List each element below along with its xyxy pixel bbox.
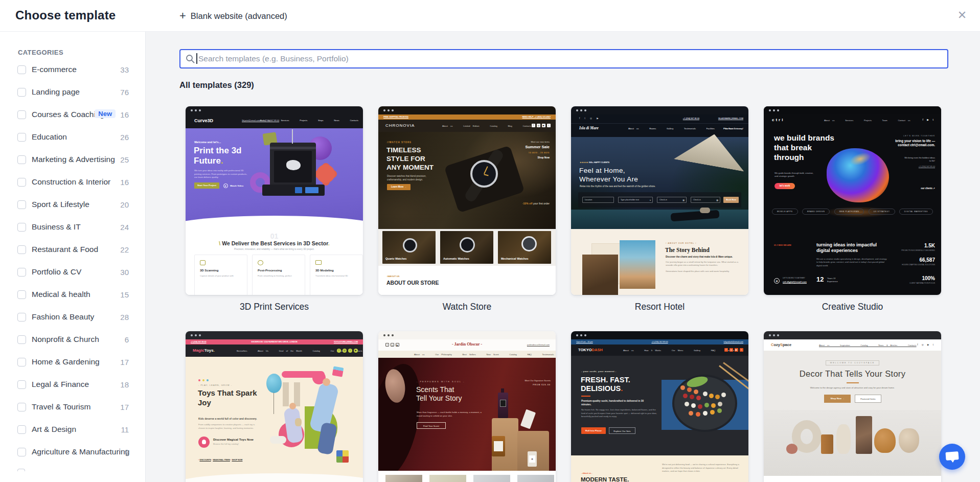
- template-card-watch-store[interactable]: FREE SHIPPING FROM $50 NEED HELP: +1 (80…: [378, 106, 556, 295]
- checkbox[interactable]: [17, 358, 26, 366]
- t7-title-line2: DELISIOUS.: [581, 384, 623, 394]
- blank-website-button[interactable]: + Blank website (advanced): [179, 7, 287, 25]
- search-input[interactable]: [179, 49, 948, 68]
- t3-title-line1: Feel at Home,: [579, 166, 625, 175]
- category-marketing-advertising[interactable]: Marketing & Advertising25: [0, 149, 145, 171]
- t1-watch-video: Watch Video: [230, 185, 243, 188]
- t2-tiles: Quartz Watches Automatic Watches Mechani…: [378, 229, 556, 266]
- printer-filament-graphic: [292, 129, 293, 144]
- template-card-resort-hotel[interactable]: f t ◎ ▶ +1 (234) 567 89 00 ISLADIMARE@EM…: [571, 106, 748, 295]
- wave-divider: [186, 473, 363, 482]
- category-restaurant-food[interactable]: Restaurant & Food22: [0, 239, 145, 261]
- t2-kicker: //WATCH STORE: [387, 141, 412, 144]
- t7-about: - about us - MODERN TASTE. We're not jus…: [571, 455, 748, 482]
- t8-shop-now-button: Shop Now →: [824, 395, 851, 403]
- category-agriculture-manufacturing[interactable]: Agriculture & Manufacturing9: [0, 441, 145, 464]
- t5-navbar: MagicToys. Bestsellers About Us Deal of …: [186, 345, 363, 357]
- checkbox[interactable]: [17, 133, 26, 142]
- results-heading: All templates (329): [179, 80, 254, 90]
- watch-thumb-graphic: [403, 238, 417, 253]
- small-pot-graphic: [786, 444, 797, 454]
- booking-bar: Location Type placeholder text▾ Check-in…: [578, 192, 741, 208]
- checkbox[interactable]: [17, 268, 26, 277]
- checkbox[interactable]: [17, 110, 26, 119]
- template-card-creative-studio[interactable]: ctrl About us Services Projects Team Con…: [764, 106, 941, 295]
- balloon-graphic: [266, 374, 282, 393]
- t2-nav: About us Limited Edition Catalog Blog Co…: [442, 125, 531, 128]
- modal-header: Choose template + Blank website (advance…: [0, 0, 980, 32]
- t5-links: ▪ DISCOUNTS ▪ SEASONAL ITEMS ▪ SHOP NOW: [198, 459, 242, 462]
- category-fashion-beauty[interactable]: Fashion & Beauty28: [0, 306, 145, 329]
- product-thumb-graphic: [517, 475, 554, 482]
- category-travel-tourism[interactable]: Travel & Tourism17: [0, 396, 145, 419]
- t5-topbar: +1 (234) 567 89 00 SHOWROOM: 1234 FAIRMO…: [186, 339, 363, 345]
- category-count: 20: [120, 200, 129, 209]
- category-e-commerce[interactable]: E-commerce33: [0, 59, 145, 81]
- printer-screen-graphic: [295, 187, 302, 193]
- checkbox[interactable]: [17, 223, 26, 232]
- template-card-toy-store[interactable]: +1 (234) 567 89 00 SHOWROOM: 1234 FAIRMO…: [186, 331, 363, 482]
- checkbox[interactable]: [17, 335, 26, 344]
- checkbox[interactable]: [17, 313, 26, 322]
- checkbox[interactable]: [17, 290, 26, 299]
- browser-chrome: [571, 331, 748, 339]
- checkbox[interactable]: [17, 155, 26, 164]
- t1-service-card: 3D Scanning Capture details of your prod…: [194, 255, 247, 295]
- category-count: 17: [120, 358, 129, 366]
- category-legal-finance[interactable]: Legal & Finance18: [0, 374, 145, 396]
- category-portfolio-cv[interactable]: Portfolio & CV30: [0, 261, 145, 284]
- checkbox[interactable]: [17, 403, 26, 411]
- template-card-perfume-store[interactable]: f◎▶ - Jardin Obscur - jardinobscur@email…: [378, 331, 556, 482]
- t2-tile: Mechanical Watches: [498, 231, 551, 264]
- category-courses-coaching[interactable]: Courses & CoachingNew16: [0, 104, 145, 126]
- t2-body: Discover watches that blend precision, c…: [387, 175, 438, 182]
- category-education[interactable]: Education26: [0, 126, 145, 149]
- template-card-decor-store[interactable]: CozySpace About us Inspiration Catalog N…: [764, 331, 941, 482]
- checkbox[interactable]: [17, 245, 26, 254]
- t2-hero: //WATCH STORE TIMELESS STYLE FOR ANY MOM…: [378, 132, 556, 229]
- boy-head-graphic: [323, 378, 330, 386]
- checkbox[interactable]: [17, 425, 26, 434]
- t6-find-scent-button: Find Your Scent: [417, 422, 446, 429]
- checkbox[interactable]: [17, 200, 26, 209]
- product-thumb-graphic: [385, 475, 422, 482]
- checkbox[interactable]: [17, 178, 26, 187]
- close-icon[interactable]: ✕: [953, 7, 971, 24]
- category-nonprofit-church[interactable]: Nonprofit & Church6: [0, 329, 145, 351]
- cloud-graphic: [270, 436, 286, 444]
- beige-pot-graphic: [899, 428, 919, 453]
- t5-hero: - PLAY, LEARN, GROW - Toys That Spark Jo…: [186, 357, 363, 482]
- template-card-sushi-delivery[interactable]: Open 8 am - 10 pm +1 (234) 567 89 00 tok…: [571, 331, 748, 482]
- t2-navbar: CHRONOVIA About us Limited Edition Catal…: [378, 120, 556, 132]
- category-count: 24: [120, 223, 129, 232]
- 3d-scanning-icon: [200, 260, 206, 265]
- checkbox[interactable]: [17, 380, 26, 389]
- checkbox[interactable]: [17, 448, 26, 456]
- templates-main: All templates (329) Curve3D 3d.print@ema…: [146, 32, 980, 482]
- template-caption: Watch Store: [378, 302, 556, 312]
- category-art-design[interactable]: Art & Design11: [0, 419, 145, 441]
- blank-website-label: Blank website (advanced): [191, 11, 287, 21]
- category-landing-page[interactable]: Landing page76: [0, 81, 145, 104]
- t4-title: we build brands that break through: [774, 133, 834, 162]
- category-business-it[interactable]: Business & IT24: [0, 216, 145, 239]
- checkin-field: Check-in▦: [657, 197, 687, 203]
- t2-tile: Quartz Watches: [382, 231, 436, 264]
- checkbox[interactable]: [17, 88, 26, 97]
- checkbox[interactable]: [17, 65, 26, 74]
- t7-body: No frozen fish. No soggy rice. Just clea…: [581, 408, 657, 419]
- category-home-gardening[interactable]: Home & Gardening17: [0, 351, 145, 374]
- category-medical-health[interactable]: Medical & health15: [0, 284, 145, 306]
- template-card-3d-print-services[interactable]: Curve3D 3d.print@email.com • +1 (234) 56…: [186, 106, 363, 295]
- t4-lets-work-button: let's work: [774, 183, 795, 189]
- t6-title: Scents ThatTell Your Story: [416, 385, 462, 403]
- category-count: 33: [120, 65, 129, 74]
- t1-navbar: Curve3D 3d.print@email.com • +1 (234) 56…: [186, 114, 363, 128]
- category-sport-lifestyle[interactable]: Sport & Lifestyle20: [0, 194, 145, 216]
- t1-logo: Curve3D: [194, 118, 213, 124]
- category-construction-interior[interactable]: Construction & Interior16: [0, 171, 145, 194]
- chat-launcher-button[interactable]: [939, 444, 965, 470]
- location-field: Location: [582, 197, 614, 203]
- t4-logo: ctrl: [772, 118, 784, 123]
- t3-about: • ABOUT OUR HOTEL • The Story Behind Dis…: [571, 229, 748, 295]
